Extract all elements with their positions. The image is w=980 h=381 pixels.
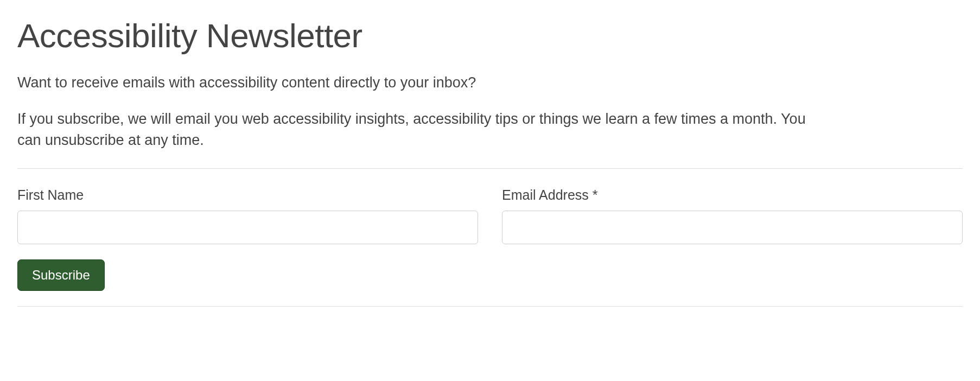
intro-paragraph-1: Want to receive emails with accessibilit… [17,72,831,93]
first-name-group: First Name [17,187,478,244]
first-name-input[interactable] [17,211,478,244]
intro-section: Want to receive emails with accessibilit… [17,72,963,151]
email-input[interactable] [502,211,963,244]
divider-bottom [17,306,963,307]
divider-top [17,168,963,169]
page-title: Accessibility Newsletter [17,16,963,55]
intro-paragraph-2: If you subscribe, we will email you web … [17,109,831,151]
subscribe-form: First Name Email Address * Subscribe [17,187,963,291]
first-name-label: First Name [17,187,478,203]
email-label: Email Address * [502,187,963,203]
email-group: Email Address * [502,187,963,244]
subscribe-button[interactable]: Subscribe [17,259,105,291]
